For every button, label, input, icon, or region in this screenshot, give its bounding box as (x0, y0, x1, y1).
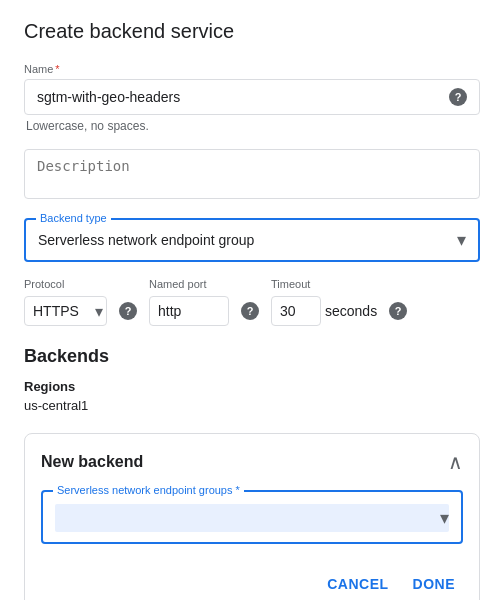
protocol-row: Protocol HTTPS HTTP HTTP/2 ▾ ? Named por… (24, 278, 480, 326)
named-port-label: Named port (149, 278, 259, 290)
neg-field: Serverless network endpoint groups * ▾ (41, 490, 463, 544)
protocol-col: Protocol HTTPS HTTP HTTP/2 ▾ ? (24, 278, 137, 326)
neg-select[interactable] (55, 504, 449, 532)
new-backend-title: New backend (41, 453, 143, 471)
name-label: Name * (24, 63, 480, 75)
new-backend-card: New backend ∧ Serverless network endpoin… (24, 433, 480, 600)
named-port-help-icon[interactable]: ? (241, 302, 259, 320)
done-button[interactable]: DONE (409, 568, 459, 600)
backend-type-section: Backend type Serverless network endpoint… (24, 218, 480, 262)
cancel-button[interactable]: CANCEL (323, 568, 392, 600)
page-title: Create backend service (24, 20, 480, 43)
named-port-col: Named port ? (149, 278, 259, 326)
named-port-input[interactable] (149, 296, 229, 326)
collapse-icon[interactable]: ∧ (448, 450, 463, 474)
page-container: Create backend service Name * ? Lowercas… (0, 0, 504, 600)
named-port-wrapper: ? (149, 296, 259, 326)
timeout-help-icon[interactable]: ? (389, 302, 407, 320)
backend-type-select[interactable]: Serverless network endpoint group Instan… (38, 232, 466, 248)
timeout-label: Timeout (271, 278, 407, 290)
timeout-col: Timeout seconds ? (271, 278, 407, 326)
neg-field-label: Serverless network endpoint groups * (53, 484, 244, 496)
timeout-wrapper: seconds ? (271, 296, 407, 326)
new-backend-header: New backend ∧ (41, 450, 463, 474)
protocol-select-wrapper: HTTPS HTTP HTTP/2 ▾ ? (24, 296, 137, 326)
name-field-group: Name * ? Lowercase, no spaces. (24, 63, 480, 133)
name-input[interactable] (37, 89, 441, 105)
name-hint: Lowercase, no spaces. (24, 119, 480, 133)
backend-type-select-wrapper: Serverless network endpoint group Instan… (38, 232, 466, 248)
protocol-select-container: HTTPS HTTP HTTP/2 ▾ (24, 296, 107, 326)
neg-select-wrapper: ▾ (55, 504, 449, 532)
action-buttons: CANCEL DONE (41, 568, 463, 600)
protocol-select[interactable]: HTTPS HTTP HTTP/2 (24, 296, 107, 326)
protocol-help-icon[interactable]: ? (119, 302, 137, 320)
region-value: us-central1 (24, 398, 480, 413)
regions-label: Regions (24, 379, 480, 394)
backend-type-label: Backend type (36, 212, 111, 224)
timeout-unit: seconds (325, 303, 377, 319)
timeout-input[interactable] (271, 296, 321, 326)
description-field-group (24, 149, 480, 202)
description-input[interactable] (24, 149, 480, 199)
protocol-label: Protocol (24, 278, 137, 290)
backends-section: Backends Regions us-central1 (24, 346, 480, 413)
name-help-icon[interactable]: ? (449, 88, 467, 106)
name-input-wrapper: ? (24, 79, 480, 115)
backends-title: Backends (24, 346, 480, 367)
